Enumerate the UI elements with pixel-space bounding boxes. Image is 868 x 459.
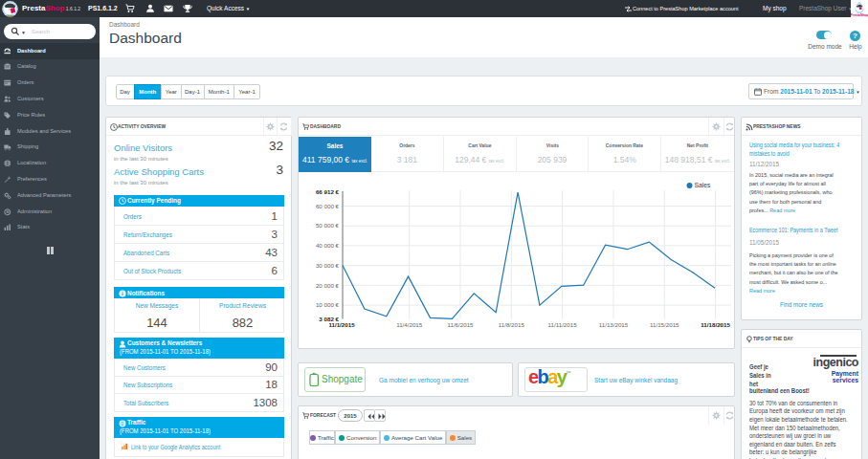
svg-text:11/6/2015: 11/6/2015 xyxy=(447,321,474,328)
svg-text:60 000 €: 60 000 € xyxy=(316,203,340,209)
svg-text:40 000 €: 40 000 € xyxy=(316,242,340,249)
svg-text:10 000 €: 10 000 € xyxy=(316,301,340,308)
svg-text:11/15/2015: 11/15/2015 xyxy=(650,321,679,328)
svg-text:11/13/2015: 11/13/2015 xyxy=(599,321,629,328)
svg-text:11/4/2015: 11/4/2015 xyxy=(396,321,423,328)
svg-text:11/18/2015: 11/18/2015 xyxy=(701,321,730,328)
svg-text:11/1/2015: 11/1/2015 xyxy=(328,321,355,328)
svg-text:11/11/2015: 11/11/2015 xyxy=(548,321,578,328)
svg-text:PrestaShop: PrestaShop xyxy=(851,13,868,17)
svg-text:66 912 €: 66 912 € xyxy=(316,188,340,195)
svg-text:20 000 €: 20 000 € xyxy=(316,282,340,289)
svg-text:30 000 €: 30 000 € xyxy=(316,262,340,269)
svg-text:50 000 €: 50 000 € xyxy=(316,222,340,229)
svg-text:11/8/2015: 11/8/2015 xyxy=(499,321,525,328)
svg-text:Sales: Sales xyxy=(695,182,712,188)
